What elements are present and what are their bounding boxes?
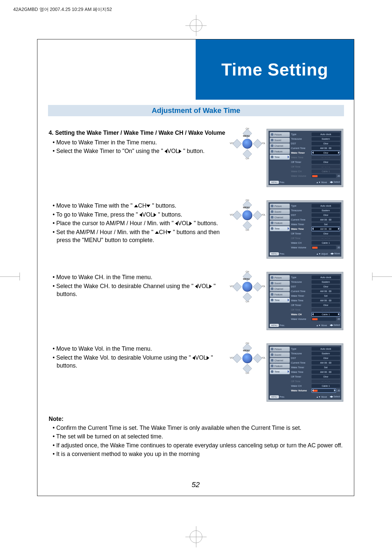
note-block: Note: Confirm the Current Time is set. T… [49,415,343,458]
osd-2: Picture Sound Channel Feature Time TypeA… [267,200,343,259]
step-2-bullet-3: Place the cursor to AM/PM / Hour / Min. … [53,219,228,227]
content-area: 4. Setting the Wake Timer / Wake Time / … [49,129,343,459]
remote-down-button[interactable] [243,221,252,230]
osd-3: Picture Sound Channel Feature Time TypeA… [267,272,343,330]
step-3: Move to Wake CH. in the Time menu. Selec… [49,272,343,330]
note-2: The set will be turned on at selected ti… [53,432,343,441]
page-number: 52 [192,480,200,489]
step-2-bullet-4: Set the AM/PM / Hour / Min. with the " C… [53,228,228,244]
remote-menu-button[interactable] [242,282,252,292]
step-4-text: Move to Wake Vol. in the Time menu. Sele… [49,343,228,371]
osd-tab-picture[interactable]: Picture [270,132,290,137]
remote-menu-button[interactable] [242,210,252,220]
remote-down-button[interactable] [243,364,252,373]
osd-row-wake-volume[interactable]: Wake Volume20 [291,388,340,393]
remote-left-button[interactable] [232,354,242,363]
remote-left-button[interactable] [232,282,242,291]
osd-tab-channel[interactable]: Channel [270,143,290,148]
remote-right-button[interactable] [253,139,262,148]
step-4: Move to Wake Vol. in the Time menu. Sele… [49,343,343,402]
remote-down-button[interactable] [243,149,252,159]
step-1-heading: 4. Setting the Wake Timer / Wake Time / … [49,129,225,136]
osd-4: Picture Sound Channel Feature Time TypeA… [267,343,343,402]
remote-down-button[interactable] [243,292,252,302]
osd-tab-sound[interactable]: Sound [270,138,290,143]
print-header: 42A2GMBD 영어 2007.4.25 10:29 AM 페이지52 [13,7,112,13]
remote-right-button[interactable] [253,211,262,220]
step-1: 4. Setting the Wake Timer / Wake Time / … [49,129,343,187]
remote-right-button[interactable] [253,282,262,291]
osd-tab-feature[interactable]: Feature [270,149,290,154]
step-3-bullet-1: Move to Wake CH. in the Time menu. [53,273,228,281]
note-3: If adjusted once, the Wake Time continue… [53,441,343,450]
remote-left-button[interactable] [232,211,242,220]
step-3-text: Move to Wake CH. in the Time menu. Selec… [49,272,228,299]
note-title: Note: [49,415,343,423]
remote-menu-label: MENU [243,135,250,137]
osd-row-wake-timer[interactable]: Wake TimerObsr [291,151,340,155]
step-4-bullet-2: Select the Wake Vol. to desirable Volume… [53,354,228,370]
osd-row-wake-time[interactable]: Wake TimeAM 06 : 00 [291,227,340,231]
note-1: Confirm the Current Time is set. The Wak… [53,424,343,432]
crop-mark-top [190,19,202,32]
crop-mark-right [372,276,392,277]
page-title: Time Setting [221,60,328,79]
remote-diagram: CH CH VOL VOL MENU [228,343,267,375]
remote-right-button[interactable] [253,354,262,363]
note-4: It is a convenient method to wake you up… [53,450,343,458]
section-title: Adjustment of Wake Time [48,105,344,116]
remote-diagram: CH CH VOL VOL MENU [228,272,267,304]
remote-diagram: CH CH VOL VOL MENU [228,129,267,161]
step-4-bullet-1: Move to Wake Vol. in the Time menu. [53,345,228,353]
page-frame: Time Setting Adjustment of Wake Time 4. … [37,39,354,496]
step-1-bullet-1: Move to Wake Timer in the Time menu. [53,138,228,147]
step-1-text: 4. Setting the Wake Timer / Wake Time / … [49,129,228,156]
step-2: Move to Wake Time with the " CH " button… [49,200,343,259]
osd-tab-time[interactable]: Time [270,155,290,160]
page-title-block: Time Setting [196,39,354,100]
osd-row-wake-ch[interactable]: Wake CHCable 1 [291,312,340,317]
step-2-text: Move to Wake Time with the " CH " button… [49,200,228,245]
remote-left-button[interactable] [232,139,242,148]
step-2-bullet-2: To go to Wake Time, press the " VOL " bu… [53,211,228,219]
osd-1: Picture Sound Channel Feature Time TypeA… [267,129,343,187]
remote-menu-button[interactable] [242,139,252,149]
crop-mark-bottom [190,530,202,543]
remote-diagram: CH CH VOL VOL MENU [228,200,267,232]
remote-menu-button[interactable] [242,353,252,363]
step-2-bullet-1: Move to Wake Time with the " CH " button… [53,202,228,210]
step-3-bullet-2: Select the Wake CH. to desirable Channel… [53,282,228,298]
step-1-bullet-2: Select the Wake Timer to "On" using the … [53,147,228,155]
crop-mark-left [0,276,20,277]
osd-menu-prev-button[interactable]: MENU [270,181,279,184]
